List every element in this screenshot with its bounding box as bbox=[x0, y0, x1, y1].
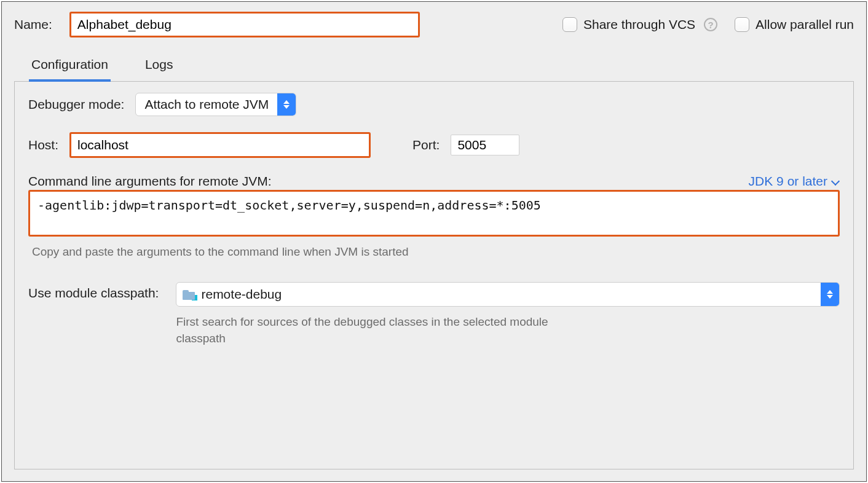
chevron-down-icon bbox=[831, 177, 840, 186]
tab-logs[interactable]: Logs bbox=[143, 53, 176, 82]
chevron-updown-icon bbox=[277, 93, 296, 116]
cmdline-label: Command line arguments for remote JVM: bbox=[28, 174, 272, 189]
share-vcs-option[interactable]: Share through VCS ? bbox=[562, 17, 717, 32]
debugger-mode-value: Attach to remote JVM bbox=[136, 93, 277, 116]
host-input[interactable] bbox=[69, 132, 371, 158]
debugger-mode-label: Debugger mode: bbox=[28, 97, 124, 112]
allow-parallel-label: Allow parallel run bbox=[756, 17, 854, 32]
debugger-mode-row: Debugger mode: Attach to remote JVM bbox=[28, 93, 840, 116]
module-classpath-row: Use module classpath: remote-debug First… bbox=[28, 282, 840, 347]
module-classpath-value: remote-debug bbox=[201, 287, 282, 302]
allow-parallel-option[interactable]: Allow parallel run bbox=[735, 17, 854, 32]
chevron-updown-icon bbox=[821, 283, 839, 306]
port-label: Port: bbox=[412, 138, 440, 152]
configuration-panel: Debugger mode: Attach to remote JVM Host… bbox=[14, 81, 854, 469]
port-input[interactable] bbox=[451, 135, 519, 155]
name-label: Name: bbox=[14, 17, 52, 32]
share-vcs-checkbox[interactable] bbox=[562, 17, 577, 32]
module-classpath-label: Use module classpath: bbox=[28, 282, 159, 300]
tab-configuration[interactable]: Configuration bbox=[29, 53, 111, 82]
cmdline-header: Command line arguments for remote JVM: J… bbox=[28, 174, 840, 189]
help-icon[interactable]: ? bbox=[704, 18, 717, 31]
host-port-row: Host: Port: bbox=[28, 132, 840, 158]
module-classpath-hint: First search for sources of the debugged… bbox=[176, 314, 582, 347]
top-row: Name: Share through VCS ? Allow parallel… bbox=[14, 12, 854, 37]
jdk-version-dropdown[interactable]: JDK 9 or later bbox=[749, 174, 840, 189]
module-folder-icon bbox=[183, 289, 196, 300]
allow-parallel-checkbox[interactable] bbox=[735, 17, 749, 32]
run-config-dialog: Name: Share through VCS ? Allow parallel… bbox=[1, 1, 867, 482]
debugger-mode-select[interactable]: Attach to remote JVM bbox=[135, 93, 296, 116]
jdk-link-label: JDK 9 or later bbox=[749, 174, 827, 189]
name-input[interactable] bbox=[69, 12, 420, 37]
share-vcs-label: Share through VCS bbox=[583, 17, 695, 32]
host-label: Host: bbox=[28, 138, 58, 152]
module-classpath-select[interactable]: remote-debug bbox=[176, 282, 840, 307]
tabs: Configuration Logs bbox=[14, 53, 854, 82]
cmdline-args-field[interactable]: -agentlib:jdwp=transport=dt_socket,serve… bbox=[28, 190, 840, 237]
cmdline-copy-hint: Copy and paste the arguments to the comm… bbox=[32, 245, 840, 259]
